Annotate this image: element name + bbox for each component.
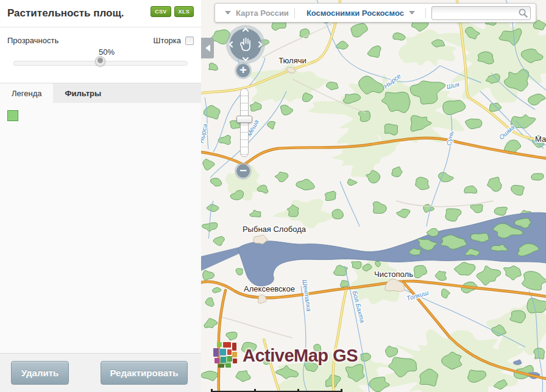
curtain-label: Шторка [154, 36, 181, 45]
town-label: Чистополь [374, 270, 413, 279]
pan-right-icon [259, 42, 261, 47]
chevron-left-icon [205, 44, 210, 52]
vegetation-area [341, 281, 349, 287]
vegetation-area [531, 173, 544, 180]
export-xls-button[interactable]: XLS [174, 6, 194, 17]
delete-button[interactable]: Удалить [11, 361, 69, 385]
search-icon[interactable] [518, 8, 528, 18]
panel-header: Растительность площ. CSV XLS [0, 0, 201, 27]
toolbar-divider [294, 8, 295, 18]
edit-button[interactable]: Редактировать [101, 361, 188, 385]
legend-content [0, 103, 201, 353]
chevron-down-icon[interactable] [225, 11, 231, 15]
pan-icons [226, 25, 265, 64]
panel-footer: Удалить Редактировать [0, 353, 201, 392]
active-layer-selector[interactable]: Космоснимки Роскосмос [307, 9, 404, 18]
pan-left-icon [230, 42, 232, 47]
zoom-slider[interactable] [240, 88, 249, 157]
town-label: Рыбная Слобода [243, 225, 307, 234]
map-toolbar: Карта России Космоснимки Роскосмос [214, 3, 536, 23]
map-view[interactable]: НырсаМёшаНырсеШияСуньОшмаБол.БахтаШентал… [201, 0, 546, 392]
legend-swatch[interactable] [7, 110, 18, 121]
opacity-value: 50% [99, 47, 115, 57]
zoom-slider-handle[interactable] [236, 116, 252, 123]
pan-down-icon [243, 58, 248, 60]
tab-filters[interactable]: Фильтры [53, 83, 113, 103]
opacity-section: Прозрачность Шторка 50% [0, 27, 201, 74]
town-label: Тюлячи [278, 56, 307, 65]
collapse-panel-button[interactable] [201, 38, 214, 58]
vegetation-area [352, 262, 361, 269]
export-csv-button[interactable]: CSV [151, 6, 171, 17]
scale-bar [211, 389, 342, 392]
search-input[interactable] [431, 6, 531, 20]
zoom-out-button[interactable]: − [235, 163, 252, 180]
vegetation-area [385, 124, 397, 136]
tab-legend[interactable]: Легенда [0, 83, 53, 103]
opacity-slider-handle[interactable] [95, 56, 105, 66]
vegetation-area [314, 344, 321, 351]
curtain-checkbox[interactable] [185, 37, 194, 45]
toolbar-divider [425, 8, 426, 18]
panel-tabs: Легенда Фильтры [0, 83, 201, 103]
opacity-label: Прозрачность [7, 36, 154, 45]
search-box [431, 6, 531, 20]
town-label: Ма [535, 135, 546, 144]
layer-title: Растительность площ. [7, 6, 147, 19]
hand-icon [241, 38, 250, 51]
chevron-down-icon[interactable] [409, 11, 415, 15]
pan-up-icon [243, 29, 248, 31]
pan-control[interactable] [226, 25, 265, 64]
zoom-in-button[interactable]: + [235, 62, 252, 79]
layer-panel: Растительность площ. CSV XLS Прозрачност… [0, 0, 201, 392]
base-layer-selector[interactable]: Карта России [236, 9, 289, 18]
town-label: Алексеевское [244, 284, 295, 293]
